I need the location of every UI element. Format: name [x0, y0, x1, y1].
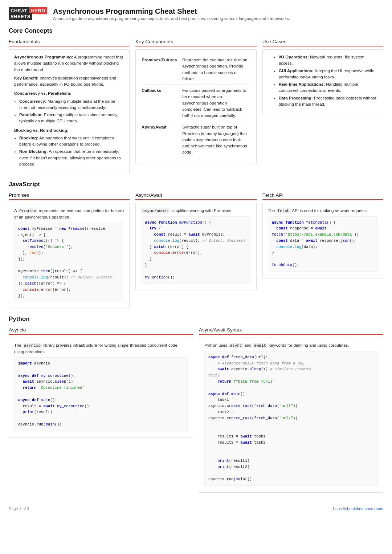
fundamentals-col: Fundamentals Asynchronous Programming: A… [9, 39, 130, 174]
asyncio-col: Asyncio The asyncio library provides inf… [9, 327, 193, 492]
logo: CHEAT HERO SHEETS [9, 7, 47, 19]
python-grid: Asyncio The asyncio library provides inf… [9, 327, 383, 492]
kv-row: Promises/FuturesRepresent the eventual r… [142, 55, 250, 85]
async-await-header: Async/Await [135, 192, 256, 200]
async-await-intro: async/await simplifies working with Prom… [141, 208, 251, 214]
kv-row: Async/AwaitSyntactic sugar built on top … [142, 122, 250, 158]
javascript-title: JavaScript [9, 181, 383, 189]
logo-sheets: SHEETS [9, 13, 32, 20]
fetch-code: fetch [276, 208, 291, 213]
async-await-intro-code: async/await [141, 208, 170, 213]
core-concepts-title: Core Concepts [9, 27, 383, 35]
nonblocking-item: Non-Blocking: An operation that returns … [19, 148, 124, 167]
python-async-await-card: Python uses async and await keywords for… [199, 338, 383, 492]
blocking-item: Blocking: An operation that waits until … [19, 135, 124, 148]
fetch-api-card: The fetch API is used for making network… [262, 203, 383, 278]
key-components-col: Key Components Promises/FuturesRepresent… [135, 39, 256, 174]
key-benefit-title: Key Benefit: [14, 76, 38, 80]
page-subtitle: A concise guide to asynchronous programm… [53, 16, 290, 21]
promises-code: const myPromise = new Promise((resolve, … [14, 223, 124, 302]
header-text: Asynchronous Programming Cheat Sheet A c… [53, 7, 290, 21]
use-case-item: GUI Applications: Keeping the UI respons… [279, 68, 378, 81]
async-prog-title: Asynchronous Programming: [14, 55, 73, 59]
kv-row: CallbacksFunctions passed as arguments t… [142, 85, 250, 121]
python-async-await-code: async def fetch_data(url): # Asynchronou… [204, 351, 378, 486]
use-case-list: I/O Operations: Network requests, file s… [273, 54, 378, 107]
concurrency-list: Concurrency: Managing multiple tasks at … [19, 98, 124, 125]
blocking-list: Blocking: An operation that waits until … [19, 135, 124, 167]
fetch-api-col: Fetch API The fetch API is used for maki… [262, 192, 383, 309]
promise-code: Promise [18, 208, 37, 213]
asyncio-code: asyncio [23, 343, 42, 348]
async-keyword: async [228, 343, 243, 348]
blocking-vs-title: Blocking vs. Non-Blocking: [14, 127, 124, 134]
use-cases-header: Use Cases [262, 39, 383, 46]
fundamentals-header: Fundamentals [9, 39, 130, 46]
footer-link[interactable]: https://cheatsheetshero.com [333, 506, 383, 511]
use-cases-card: I/O Operations: Network requests, file s… [262, 49, 383, 114]
use-case-item: Real-time Applications: Handling multipl… [279, 81, 378, 94]
python-async-intro: Python uses async and await keywords for… [204, 342, 378, 349]
fetch-api-code: async function fetchData() { const respo… [268, 216, 378, 272]
parallelism-item: Parallelism: Executing multiple tasks si… [19, 112, 124, 125]
python-title: Python [9, 315, 383, 323]
fetch-api-intro: The fetch API is used for making network… [268, 208, 378, 214]
promises-header: Promises [9, 192, 130, 200]
kv-value: Functions passed as arguments to be exec… [182, 85, 250, 121]
key-benefit: Key Benefit: Improves application respon… [14, 75, 124, 88]
key-components-header: Key Components [135, 39, 256, 46]
page-title: Asynchronous Programming Cheat Sheet [53, 7, 290, 16]
promises-card: A Promise represents the eventual comple… [9, 203, 130, 309]
kv-key: Async/Await [142, 122, 181, 158]
core-concepts-grid: Fundamentals Asynchronous Programming: A… [9, 39, 383, 174]
concurrency-item: Concurrency: Managing multiple tasks at … [19, 98, 124, 111]
kv-value: Represent the eventual result of an asyn… [182, 55, 250, 85]
use-cases-col: Use Cases I/O Operations: Network reques… [262, 39, 383, 174]
footer: Page 1 of 3 https://cheatsheetshero.com [9, 504, 383, 511]
kv-key: Promises/Futures [142, 55, 181, 85]
use-case-item: Data Processing: Processing large datase… [279, 95, 378, 108]
javascript-grid: Promises A Promise represents the eventu… [9, 192, 383, 309]
async-await-col: Async/Await async/await simplifies worki… [135, 192, 256, 309]
header: CHEAT HERO SHEETS Asynchronous Programmi… [9, 7, 383, 21]
kv-key: Callbacks [142, 85, 181, 121]
promises-col: Promises A Promise represents the eventu… [9, 192, 130, 309]
asyncio-code-block: import asyncio async def my_coroutine():… [14, 357, 188, 431]
asyncio-intro: The asyncio library provides infrastruct… [14, 342, 188, 355]
async-await-code: async function myFunction() { try { cons… [141, 216, 251, 284]
use-case-item: I/O Operations: Network requests, file s… [279, 54, 378, 67]
asyncio-card: The asyncio library provides infrastruct… [9, 338, 193, 438]
key-components-card: Promises/FuturesRepresent the eventual r… [135, 49, 256, 163]
python-async-await-col: Async/Await Syntax Python uses async and… [199, 327, 383, 492]
python-async-await-header: Async/Await Syntax [199, 327, 383, 335]
await-keyword: await [253, 343, 268, 348]
async-prog-def: Asynchronous Programming: A programming … [14, 54, 124, 73]
fetch-api-header: Fetch API [262, 192, 383, 200]
kv-value: Syntactic sugar built on top of Promises… [182, 122, 250, 158]
page-number: Page 1 of 3 [9, 506, 29, 511]
async-await-card: async/await simplifies working with Prom… [135, 203, 256, 290]
concurrency-vs-title: Concurrency vs. Parallelism: [14, 90, 124, 97]
key-components-table: Promises/FuturesRepresent the eventual r… [141, 54, 251, 159]
fundamentals-card: Asynchronous Programming: A programming … [9, 49, 130, 174]
promises-intro: A Promise represents the eventual comple… [14, 208, 124, 220]
asyncio-header: Asyncio [9, 327, 193, 335]
